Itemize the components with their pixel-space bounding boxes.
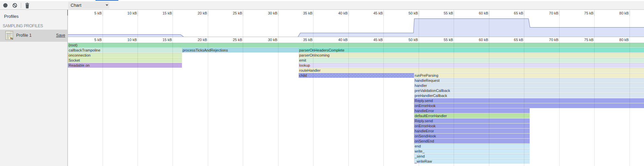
svg-text:%: % <box>10 36 13 40</box>
